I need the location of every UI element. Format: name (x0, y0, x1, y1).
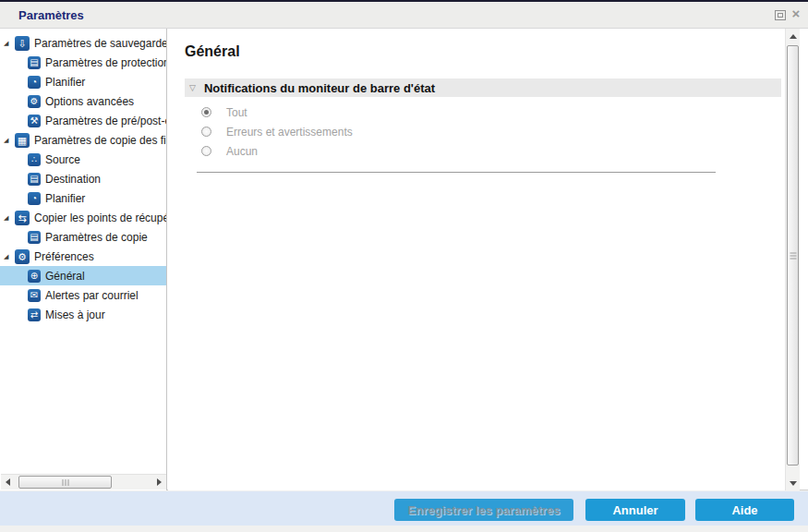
sidebar-item-label: Paramètres de sauvegarde (34, 37, 167, 50)
section-title: Notifications du moniteur de barre d'éta… (204, 81, 435, 95)
vertical-scrollbar-thumb[interactable] (787, 45, 799, 466)
pre-post-commands-icon: ⚒ (28, 115, 41, 127)
sidebar-item-label: Préférences (34, 250, 94, 263)
collapse-triangle-icon[interactable]: ▽ (189, 83, 196, 92)
scroll-up-arrow-icon[interactable] (786, 29, 801, 43)
general-icon: ⊕ (28, 270, 41, 283)
radio-selected-dot (204, 110, 209, 115)
recovery-point-copy-icon: ⇆ (15, 211, 30, 225)
tree-expander-icon[interactable]: ◢ (4, 33, 15, 53)
file-copy-settings-icon: ▦ (15, 133, 30, 148)
window-body: ◢⇩Paramètres de sauvegarde▤Paramètres de… (0, 29, 808, 490)
section-divider (197, 172, 716, 173)
page-title: Général (185, 43, 240, 60)
scrollbar-grip (790, 252, 796, 259)
sidebar-item-parametres-copie-fichiers[interactable]: ◢▦Paramètres de copie des fichiers (0, 130, 167, 150)
cancel-button[interactable]: Annuler (585, 499, 685, 521)
settings-tree-panel: ◢⇩Paramètres de sauvegarde▤Paramètres de… (0, 29, 167, 490)
tree-expander-icon[interactable]: ◢ (4, 247, 15, 266)
help-button[interactable]: Aide (695, 499, 794, 521)
notification-radio-group: ToutErreurs et avertissementsAucun (201, 103, 353, 161)
sidebar-item-planifier-sauvegarde[interactable]: ◔Planifier (0, 72, 167, 91)
settings-tree: ◢⇩Paramètres de sauvegarde▤Paramètres de… (0, 33, 167, 324)
sidebar-item-copier-points-recuperation[interactable]: ◢⇆Copier les points de récupération (0, 208, 167, 227)
sidebar-item-label: Paramètres de protection (45, 56, 167, 69)
horizontal-scrollbar-thumb[interactable] (18, 476, 112, 489)
sidebar-item-label: Alertes par courriel (45, 289, 139, 302)
scrollbar-grip (62, 479, 68, 486)
tree-horizontal-scrollbar[interactable] (1, 474, 166, 490)
schedule-icon: ◔ (28, 76, 41, 89)
footer-bar: Enregistrer les paramètres Annuler Aide (0, 491, 808, 526)
titlebar: Paramètres × (0, 2, 808, 29)
destination-icon: ▤ (28, 173, 41, 186)
window-title: Paramètres (18, 8, 84, 22)
sidebar-item-parametres-copie[interactable]: ▤Paramètres de copie (0, 227, 167, 247)
radio-button-aucun (201, 146, 211, 156)
sidebar-item-label: Destination (45, 173, 101, 186)
radio-label: Aucun (226, 145, 258, 158)
radio-button-erreurs-avertissements (201, 127, 211, 137)
sidebar-item-label: Planifier (45, 192, 85, 205)
source-icon: ∴ (28, 153, 41, 166)
radio-option-aucun: Aucun (201, 141, 353, 161)
scroll-right-arrow-icon[interactable] (152, 475, 166, 490)
sidebar-item-label: Copier les points de récupération (34, 212, 167, 224)
sidebar-item-destination[interactable]: ▤Destination (0, 169, 167, 188)
sidebar-item-label: Mises à jour (45, 308, 105, 321)
radio-option-tout: Tout (201, 103, 353, 122)
sidebar-item-parametres-sauvegarde[interactable]: ◢⇩Paramètres de sauvegarde (0, 33, 167, 53)
settings-content-panel: Général ▽ Notifications du moniteur de b… (168, 29, 785, 490)
advanced-options-icon: ⚙ (28, 95, 41, 108)
sidebar-item-options-avancees[interactable]: ⚙Options avancées (0, 91, 167, 111)
protection-settings-icon: ▤ (28, 56, 41, 69)
sidebar-item-parametres-pre-post[interactable]: ⚒Paramètres de pré/post-exécution (0, 111, 167, 130)
scroll-down-arrow-icon[interactable] (786, 476, 801, 490)
updates-icon: ⇄ (28, 308, 41, 321)
sidebar-item-planifier-copie[interactable]: ◔Planifier (0, 188, 167, 208)
sidebar-item-source[interactable]: ∴Source (0, 150, 167, 169)
settings-window: Paramètres × ◢⇩Paramètres de sauvegarde▤… (0, 0, 808, 532)
sidebar-item-mises-a-jour[interactable]: ⇄Mises à jour (0, 305, 167, 324)
sidebar-item-preferences[interactable]: ◢⚙Préférences (0, 247, 167, 266)
tree-expander-icon[interactable]: ◢ (4, 208, 15, 227)
radio-button-tout (201, 107, 211, 117)
backup-icon: ⇩ (15, 36, 30, 51)
radio-label: Erreurs et avertissements (226, 126, 353, 139)
sidebar-item-alertes-courriel[interactable]: ✉Alertes par courriel (0, 285, 167, 305)
restore-window-icon[interactable] (775, 10, 786, 20)
sidebar-item-label: Paramètres de copie des fichiers (34, 134, 167, 147)
close-window-icon[interactable]: × (790, 6, 802, 21)
sidebar-item-parametres-protection[interactable]: ▤Paramètres de protection (0, 53, 167, 72)
tree-expander-icon[interactable]: ◢ (4, 130, 15, 150)
copy-settings-icon: ▤ (28, 231, 41, 244)
sidebar-item-label: Paramètres de pré/post-exécution (45, 115, 167, 127)
radio-label: Tout (226, 106, 247, 119)
scroll-left-arrow-icon[interactable] (1, 475, 15, 490)
sidebar-item-label: Paramètres de copie (45, 231, 148, 244)
sidebar-item-general[interactable]: ⊕Général (0, 266, 167, 285)
preferences-icon: ⚙ (15, 249, 30, 264)
restore-inner-box (778, 13, 783, 18)
sidebar-item-label: Source (45, 153, 80, 166)
sidebar-item-label: Général (45, 270, 85, 283)
radio-option-erreurs-avertissements: Erreurs et avertissements (201, 122, 353, 141)
sidebar-item-label: Planifier (45, 76, 85, 89)
schedule-icon: ◔ (28, 192, 41, 205)
sidebar-item-label: Options avancées (45, 95, 134, 108)
save-settings-button[interactable]: Enregistrer les paramètres (394, 499, 573, 521)
email-alerts-icon: ✉ (28, 289, 41, 302)
section-header-notifications[interactable]: ▽ Notifications du moniteur de barre d'é… (185, 79, 781, 97)
content-vertical-scrollbar[interactable] (785, 29, 800, 490)
